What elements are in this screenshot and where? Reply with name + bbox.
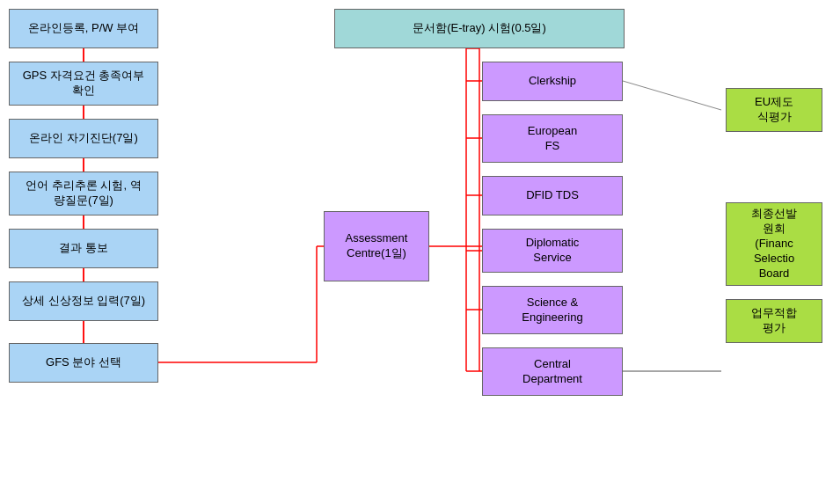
eu-system-box: EU제도식평가 [726,88,822,132]
science-engineering-box: Science &Engineering [482,286,623,334]
gps-check-box: GPS 자격요건 총족여부확인 [9,62,158,106]
online-self-box: 온라인 자기진단(7일) [9,119,158,158]
dfid-tds-box: DFID TDS [482,176,623,215]
central-department-box: CentralDepartment [482,347,623,396]
european-fs-box: EuropeanFS [482,114,623,163]
detail-info-box: 상세 신상정보 입력(7일) [9,281,158,321]
diagram-container: 온라인등록, P/W 부여 GPS 자격요건 총족여부확인 온라인 자기진단(7… [0,0,833,504]
work-eval-box: 업무적합평가 [726,299,822,343]
final-select-box: 최종선발원회(FinancSelectioBoard [726,202,822,286]
clerkship-box: Clerkship [482,62,623,101]
assessment-centre-box: AssessmentCentre(1일) [324,211,429,281]
lang-test-box: 언어 추리추론 시험, 역량질문(7일) [9,172,158,215]
diplomatic-service-box: DiplomaticService [482,229,623,273]
svg-line-25 [623,81,721,110]
etray-box: 문서함(E-tray) 시험(0.5일) [334,9,625,48]
result-notify-box: 결과 통보 [9,229,158,268]
gfs-select-box: GFS 분야 선택 [9,343,158,383]
online-reg-box: 온라인등록, P/W 부여 [9,9,158,48]
